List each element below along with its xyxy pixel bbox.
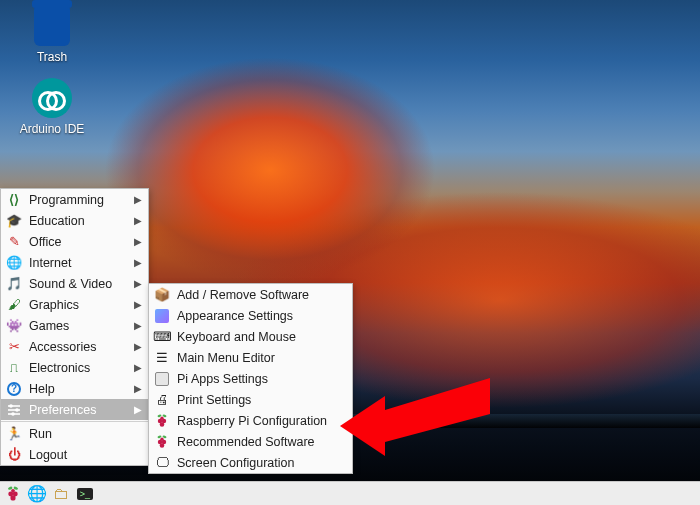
menu-item-label: Logout bbox=[29, 448, 142, 462]
svg-point-3 bbox=[9, 404, 13, 408]
menu-item-label: Education bbox=[29, 214, 124, 228]
taskbar[interactable]: 🌐 🗀 >_ bbox=[0, 481, 700, 505]
svg-point-8 bbox=[160, 422, 165, 427]
svg-point-21 bbox=[10, 495, 15, 500]
menu-item-preferences[interactable]: Preferences ▶ bbox=[1, 399, 148, 420]
desktop-icon-trash[interactable]: Trash bbox=[12, 6, 92, 64]
menu-item-label: Graphics bbox=[29, 298, 124, 312]
code-icon: ⟨⟩ bbox=[5, 191, 23, 209]
raspberry-icon bbox=[153, 433, 171, 451]
submenu-item-label: Keyboard and Mouse bbox=[177, 330, 346, 344]
submenu-item-pi-apps[interactable]: Pi Apps Settings bbox=[149, 368, 352, 389]
desktop-icon-arduino[interactable]: Arduino IDE bbox=[12, 78, 92, 136]
svg-point-4 bbox=[15, 408, 19, 412]
svg-point-15 bbox=[160, 437, 163, 440]
submenu-item-main-menu-editor[interactable]: ☰ Main Menu Editor bbox=[149, 347, 352, 368]
package-icon: 📦 bbox=[153, 286, 171, 304]
globe-icon: 🌐 bbox=[5, 254, 23, 272]
menu-item-sound-video[interactable]: 🎵 Sound & Video ▶ bbox=[1, 273, 148, 294]
taskbar-menu-button[interactable] bbox=[4, 485, 22, 503]
menu-editor-icon: ☰ bbox=[153, 349, 171, 367]
alien-icon: 👾 bbox=[5, 317, 23, 335]
submenu-item-label: Appearance Settings bbox=[177, 309, 346, 323]
desktop[interactable]: Trash Arduino IDE ⟨⟩ Programming ▶ 🎓 Edu… bbox=[0, 0, 700, 505]
chevron-right-icon: ▶ bbox=[134, 362, 142, 373]
submenu-item-appearance[interactable]: Appearance Settings bbox=[149, 305, 352, 326]
monitor-icon: 🖵 bbox=[153, 454, 171, 472]
submenu-item-keyboard-mouse[interactable]: ⌨ Keyboard and Mouse bbox=[149, 326, 352, 347]
submenu-item-label: Screen Configuration bbox=[177, 456, 346, 470]
submenu-item-rpi-config[interactable]: Raspberry Pi Configuration bbox=[149, 410, 352, 431]
chip-icon: ⎍ bbox=[5, 359, 23, 377]
menu-item-label: Run bbox=[29, 427, 142, 441]
menu-item-internet[interactable]: 🌐 Internet ▶ bbox=[1, 252, 148, 273]
chevron-right-icon: ▶ bbox=[134, 194, 142, 205]
submenu-item-label: Pi Apps Settings bbox=[177, 372, 346, 386]
menu-item-help[interactable]: ? Help ▶ bbox=[1, 378, 148, 399]
sliders-icon bbox=[5, 401, 23, 419]
chevron-right-icon: ▶ bbox=[134, 278, 142, 289]
chevron-right-icon: ▶ bbox=[134, 215, 142, 226]
submenu-item-print[interactable]: 🖨 Print Settings bbox=[149, 389, 352, 410]
menu-item-education[interactable]: 🎓 Education ▶ bbox=[1, 210, 148, 231]
knife-icon: ✂ bbox=[5, 338, 23, 356]
menu-item-logout[interactable]: ⏻ Logout bbox=[1, 444, 148, 465]
media-icon: 🎵 bbox=[5, 275, 23, 293]
menu-item-run[interactable]: 🏃 Run bbox=[1, 423, 148, 444]
arduino-icon bbox=[32, 78, 72, 118]
raspberry-icon bbox=[4, 485, 22, 503]
printer-icon: 🖨 bbox=[153, 391, 171, 409]
menu-item-games[interactable]: 👾 Games ▶ bbox=[1, 315, 148, 336]
svg-point-22 bbox=[11, 488, 15, 492]
taskbar-files[interactable]: 🗀 bbox=[52, 485, 70, 503]
svg-point-9 bbox=[160, 416, 163, 419]
menu-item-graphics[interactable]: 🖌 Graphics ▶ bbox=[1, 294, 148, 315]
menu-item-office[interactable]: ✎ Office ▶ bbox=[1, 231, 148, 252]
raspberry-icon bbox=[153, 412, 171, 430]
menu-item-label: Sound & Video bbox=[29, 277, 124, 291]
taskbar-terminal[interactable]: >_ bbox=[76, 485, 94, 503]
svg-point-14 bbox=[160, 443, 165, 448]
chevron-right-icon: ▶ bbox=[134, 257, 142, 268]
application-menu[interactable]: ⟨⟩ Programming ▶ 🎓 Education ▶ ✎ Office … bbox=[0, 188, 149, 466]
logout-icon: ⏻ bbox=[5, 446, 23, 464]
chevron-right-icon: ▶ bbox=[134, 236, 142, 247]
submenu-item-label: Main Menu Editor bbox=[177, 351, 346, 365]
pi-apps-icon bbox=[153, 370, 171, 388]
submenu-item-recommended[interactable]: Recommended Software bbox=[149, 431, 352, 452]
submenu-item-label: Recommended Software bbox=[177, 435, 346, 449]
chevron-right-icon: ▶ bbox=[134, 404, 142, 415]
menu-item-accessories[interactable]: ✂ Accessories ▶ bbox=[1, 336, 148, 357]
menu-item-programming[interactable]: ⟨⟩ Programming ▶ bbox=[1, 189, 148, 210]
help-icon: ? bbox=[5, 380, 23, 398]
keyboard-mouse-icon: ⌨ bbox=[153, 328, 171, 346]
submenu-item-label: Raspberry Pi Configuration bbox=[177, 414, 346, 428]
menu-item-label: Help bbox=[29, 382, 124, 396]
submenu-item-screen-config[interactable]: 🖵 Screen Configuration bbox=[149, 452, 352, 473]
menu-item-label: Internet bbox=[29, 256, 124, 270]
menu-item-label: Office bbox=[29, 235, 124, 249]
run-icon: 🏃 bbox=[5, 425, 23, 443]
submenu-item-label: Print Settings bbox=[177, 393, 346, 407]
desktop-icon-label: Arduino IDE bbox=[12, 122, 92, 136]
menu-item-label: Preferences bbox=[29, 403, 124, 417]
folder-icon: 🗀 bbox=[53, 485, 69, 503]
bird-icon: ✎ bbox=[5, 233, 23, 251]
preferences-submenu[interactable]: 📦 Add / Remove Software Appearance Setti… bbox=[148, 283, 353, 474]
menu-item-label: Games bbox=[29, 319, 124, 333]
menu-item-label: Accessories bbox=[29, 340, 124, 354]
chevron-right-icon: ▶ bbox=[134, 341, 142, 352]
chevron-right-icon: ▶ bbox=[134, 320, 142, 331]
desktop-icon-label: Trash bbox=[12, 50, 92, 64]
menu-item-electronics[interactable]: ⎍ Electronics ▶ bbox=[1, 357, 148, 378]
taskbar-browser[interactable]: 🌐 bbox=[28, 485, 46, 503]
globe-icon: 🌐 bbox=[27, 484, 47, 503]
chevron-right-icon: ▶ bbox=[134, 383, 142, 394]
grad-cap-icon: 🎓 bbox=[5, 212, 23, 230]
chevron-right-icon: ▶ bbox=[134, 299, 142, 310]
palette-icon: 🖌 bbox=[5, 296, 23, 314]
menu-item-label: Programming bbox=[29, 193, 124, 207]
menu-separator bbox=[1, 421, 148, 422]
submenu-item-label: Add / Remove Software bbox=[177, 288, 346, 302]
submenu-item-add-remove[interactable]: 📦 Add / Remove Software bbox=[149, 284, 352, 305]
